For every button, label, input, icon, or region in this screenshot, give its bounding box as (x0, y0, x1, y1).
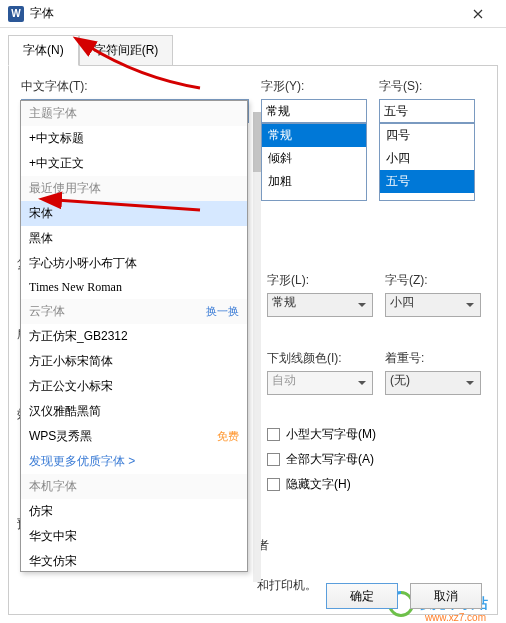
swap-link[interactable]: 换一换 (206, 304, 239, 319)
font-style-input[interactable] (261, 99, 367, 123)
effects-checks: 小型大写字母(M) 全部大写字母(A) 隐藏文字(H) (267, 426, 376, 493)
font-size-z-select[interactable]: 小四 (385, 293, 481, 317)
checkbox-icon (267, 478, 280, 491)
cancel-button[interactable]: 取消 (410, 583, 482, 609)
close-button[interactable] (458, 0, 498, 28)
check-label: 全部大写字母(A) (286, 451, 374, 468)
check-small-caps[interactable]: 小型大写字母(M) (267, 426, 376, 443)
font-size-label: 字号(S): (379, 78, 475, 95)
list-item[interactable]: 五号 (380, 170, 474, 193)
titlebar: W 字体 (0, 0, 506, 28)
dropdown-option[interactable]: +中文标题 (21, 126, 247, 151)
dialog-buttons: 确定 取消 (326, 583, 482, 609)
font-style-label: 字形(Y): (261, 78, 367, 95)
dropdown-option[interactable]: 字心坊小呀小布丁体 (21, 251, 247, 276)
window-title: 字体 (30, 5, 458, 22)
dropdown-option[interactable]: 华文中宋 (21, 524, 247, 549)
dropdown-option[interactable]: Times New Roman (21, 276, 247, 299)
font-size-input[interactable] (379, 99, 475, 123)
dropdown-option[interactable]: 方正小标宋简体 (21, 349, 247, 374)
dropdown-option[interactable]: 汉仪雅酷黑简 (21, 399, 247, 424)
option-text: WPS灵秀黑 (29, 428, 92, 445)
emphasis-select[interactable]: (无) (385, 371, 481, 395)
check-label: 小型大写字母(M) (286, 426, 376, 443)
dropdown-option-songti[interactable]: 宋体 (21, 201, 247, 226)
dropdown-option-wps[interactable]: WPS灵秀黑 免费 (21, 424, 247, 449)
font-size-z-label: 字号(Z): (385, 272, 481, 289)
dropdown-header: 主题字体 (21, 101, 247, 126)
dropdown-option[interactable]: 仿宋 (21, 499, 247, 524)
list-item[interactable]: 倾斜 (262, 147, 366, 170)
checkbox-icon (267, 428, 280, 441)
list-item[interactable]: 常规 (262, 124, 366, 147)
font-style-l-select[interactable]: 常规 (267, 293, 373, 317)
app-icon: W (8, 6, 24, 22)
dropdown-option[interactable]: 黑体 (21, 226, 247, 251)
dropdown-option[interactable]: 方正公文小标宋 (21, 374, 247, 399)
dropdown-option[interactable]: 华文仿宋 (21, 549, 247, 571)
footer-text: 和打印机。 (257, 577, 317, 594)
close-icon (473, 9, 483, 19)
tab-bar: 字体(N) 字符间距(R) (8, 34, 498, 65)
dropdown-header: 最近使用字体 (21, 176, 247, 201)
check-hidden[interactable]: 隐藏文字(H) (267, 476, 376, 493)
tab-spacing[interactable]: 字符间距(R) (79, 35, 174, 66)
more-fonts-link[interactable]: 发现更多优质字体 > (21, 449, 247, 474)
free-tag: 免费 (217, 429, 239, 444)
check-all-caps[interactable]: 全部大写字母(A) (267, 451, 376, 468)
scrollbar-thumb[interactable] (253, 112, 261, 172)
dropdown-header-text: 云字体 (29, 303, 65, 320)
chinese-font-label: 中文字体(T): (21, 78, 249, 95)
font-style-listbox[interactable]: 常规 倾斜 加粗 (261, 123, 367, 201)
dropdown-scrollbar[interactable] (253, 112, 261, 582)
chinese-font-dropdown-list[interactable]: 主题字体 +中文标题 +中文正文 最近使用字体 宋体 黑体 字心坊小呀小布丁体 … (20, 100, 248, 572)
dropdown-cloud-header: 云字体 换一换 (21, 299, 247, 324)
dropdown-option[interactable]: +中文正文 (21, 151, 247, 176)
font-size-listbox[interactable]: 四号 小四 五号 (379, 123, 475, 201)
dropdown-header: 本机字体 (21, 474, 247, 499)
list-item[interactable]: 四号 (380, 124, 474, 147)
font-style-l-label: 字形(L): (267, 272, 373, 289)
list-item[interactable]: 加粗 (262, 170, 366, 193)
checkbox-icon (267, 453, 280, 466)
underline-color-label: 下划线颜色(I): (267, 350, 373, 367)
ok-button[interactable]: 确定 (326, 583, 398, 609)
emphasis-label: 着重号: (385, 350, 481, 367)
check-label: 隐藏文字(H) (286, 476, 351, 493)
underline-color-select[interactable]: 自动 (267, 371, 373, 395)
list-item[interactable]: 小四 (380, 147, 474, 170)
tab-font[interactable]: 字体(N) (8, 35, 79, 66)
dropdown-option[interactable]: 方正仿宋_GB2312 (21, 324, 247, 349)
